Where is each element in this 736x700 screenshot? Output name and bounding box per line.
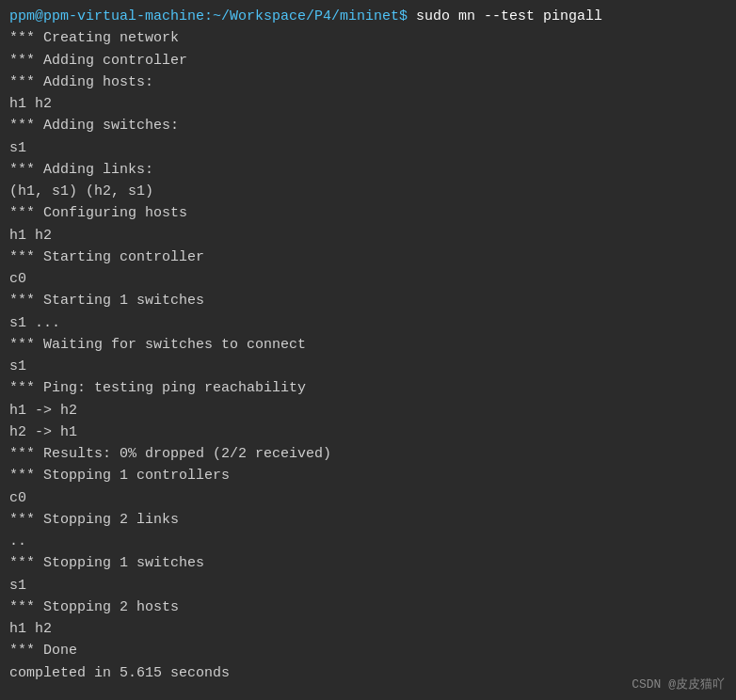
terminal-line: s1 ... xyxy=(9,312,727,334)
terminal-line: .. xyxy=(9,531,727,552)
terminal-line: h1 h2 xyxy=(9,225,727,247)
terminal-line: h2 -> h1 xyxy=(9,422,727,443)
terminal-line: *** Stopping 2 hosts xyxy=(9,597,727,618)
terminal-line: c0 xyxy=(9,268,727,290)
terminal-line: c0 xyxy=(9,487,727,509)
terminal-line: s1 xyxy=(9,356,727,377)
terminal-line: *** Stopping 2 links xyxy=(9,509,727,531)
terminal-line: completed in 5.615 seconds xyxy=(9,662,727,684)
terminal-line: *** Stopping 1 controllers xyxy=(9,465,727,486)
terminal-line: *** Configuring hosts xyxy=(9,202,727,224)
terminal-line: *** Ping: testing ping reachability xyxy=(9,377,727,399)
terminal-line: s1 xyxy=(9,137,727,159)
terminal-line: s1 xyxy=(9,575,727,597)
terminal-window: ppm@ppm-virtual-machine:~/Workspace/P4/m… xyxy=(0,0,736,700)
terminal-line: *** Adding switches: xyxy=(9,115,727,136)
terminal-line: *** Adding controller xyxy=(9,50,727,72)
terminal-line: *** Done xyxy=(9,640,727,661)
terminal-line: (h1, s1) (h2, s1) xyxy=(9,181,727,202)
terminal-line: *** Adding links: xyxy=(9,159,727,181)
terminal-line: *** Waiting for switches to connect xyxy=(9,334,727,356)
terminal-body: ppm@ppm-virtual-machine:~/Workspace/P4/m… xyxy=(0,0,736,700)
terminal-line: h1 h2 xyxy=(9,93,727,115)
terminal-line: *** Creating network xyxy=(9,27,727,49)
terminal-line: *** Starting controller xyxy=(9,247,727,268)
terminal-line: *** Results: 0% dropped (2/2 received) xyxy=(9,443,727,465)
terminal-line: *** Stopping 1 switches xyxy=(9,552,727,574)
terminal-line: ppm@ppm-virtual-machine:~/Workspace/P4/m… xyxy=(9,6,727,27)
terminal-line: h1 h2 xyxy=(9,618,727,640)
terminal-line: *** Starting 1 switches xyxy=(9,290,727,311)
watermark: CSDN @皮皮猫吖 xyxy=(632,676,725,692)
terminal-line: *** Adding hosts: xyxy=(9,72,727,93)
terminal-line: h1 -> h2 xyxy=(9,400,727,422)
